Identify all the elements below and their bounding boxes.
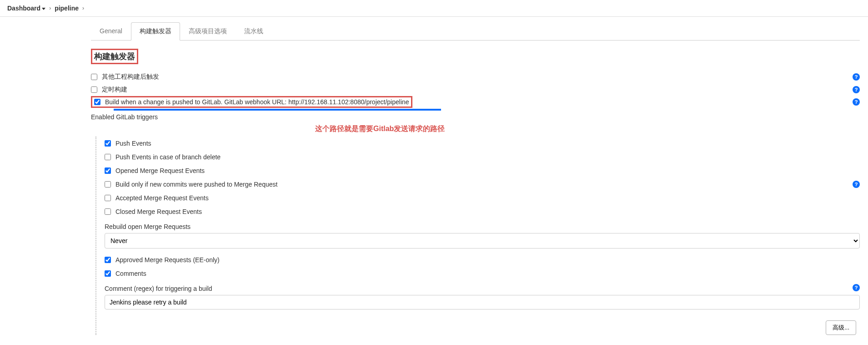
gitlab-triggers-label: Enabled GitLab triggers (91, 113, 860, 121)
checkbox-build-only-new[interactable] (105, 181, 111, 188)
section-title: 构建触发器 (91, 49, 138, 64)
comment-regex-input[interactable] (105, 295, 860, 309)
closed-mr-label: Closed Merge Request Events (115, 208, 202, 215)
annotation-text: 这个路径就是需要Gitlab发送请求的路径 (315, 124, 860, 134)
gitlab-annotation-box: Build when a change is pushed to GitLab.… (91, 96, 412, 108)
option-comments: Comments (101, 267, 860, 280)
checkbox-approved-mr[interactable] (105, 257, 111, 263)
checkbox-closed-mr[interactable] (105, 208, 111, 215)
option-push-events: Push Events (101, 137, 860, 150)
comments-label: Comments (115, 270, 146, 277)
checkbox-accepted-mr[interactable] (105, 195, 111, 201)
option-other-project-label: 其他工程构建后触发 (102, 73, 853, 81)
tab-general[interactable]: General (91, 22, 131, 41)
checkbox-scheduled[interactable] (91, 86, 97, 93)
checkbox-gitlab-push[interactable] (94, 99, 100, 105)
tab-build-trigger[interactable]: 构建触发器 (131, 22, 180, 41)
approved-mr-label: Approved Merge Requests (EE-only) (115, 256, 220, 264)
gitlab-triggers-options: Push Events Push Events in case of branc… (95, 137, 860, 335)
breadcrumb-dashboard[interactable]: Dashboard (7, 5, 45, 12)
accepted-mr-label: Accepted Merge Request Events (115, 194, 209, 202)
option-gitlab-push-label: Build when a change is pushed to GitLab.… (105, 98, 409, 106)
rebuild-mr-label: Rebuild open Merge Requests (105, 223, 860, 230)
checkbox-comments[interactable] (105, 270, 111, 277)
checkbox-push-events[interactable] (105, 140, 111, 147)
tabs: General 构建触发器 高级项目选项 流水线 (91, 22, 860, 41)
rebuild-mr-select[interactable]: Never (105, 233, 860, 249)
tab-advanced-options[interactable]: 高级项目选项 (180, 22, 236, 41)
breadcrumb: Dashboard › pipeline › (0, 0, 868, 17)
option-scheduled-build: 定时构建 (91, 83, 853, 96)
option-approved-mr: Approved Merge Requests (EE-only) (101, 253, 860, 267)
help-icon[interactable]: ? (853, 284, 860, 291)
push-delete-label: Push Events in case of branch delete (115, 153, 221, 161)
checkbox-other-project[interactable] (91, 74, 97, 80)
push-events-label: Push Events (115, 140, 151, 147)
option-push-delete: Push Events in case of branch delete (101, 150, 860, 164)
help-icon[interactable]: ? (853, 86, 860, 93)
help-icon[interactable]: ? (853, 98, 860, 106)
option-gitlab-push: Build when a change is pushed to GitLab.… (91, 96, 853, 108)
annotation-underline (114, 109, 441, 111)
help-icon[interactable]: ? (853, 181, 860, 188)
option-build-only-new: Build only if new commits were pushed to… (101, 178, 853, 191)
breadcrumb-separator-icon: › (82, 5, 84, 11)
option-closed-mr: Closed Merge Request Events (101, 205, 860, 218)
comment-regex-label: Comment (regex) for triggering a build (105, 285, 853, 292)
build-only-new-label: Build only if new commits were pushed to… (115, 181, 277, 188)
advanced-button[interactable]: 高级... (826, 320, 856, 335)
option-accepted-mr: Accepted Merge Request Events (101, 191, 860, 205)
gitlab-triggers-section: Enabled GitLab triggers 这个路径就是需要Gitlab发送… (91, 113, 860, 335)
option-other-project-build: 其他工程构建后触发 (91, 71, 853, 83)
tab-pipeline[interactable]: 流水线 (236, 22, 272, 41)
breadcrumb-separator-icon: › (49, 5, 51, 11)
breadcrumb-dashboard-label: Dashboard (7, 5, 40, 12)
option-scheduled-label: 定时构建 (102, 86, 853, 94)
checkbox-opened-mr[interactable] (105, 167, 111, 174)
chevron-down-icon (42, 8, 45, 10)
breadcrumb-pipeline[interactable]: pipeline (55, 5, 79, 12)
opened-mr-label: Opened Merge Request Events (115, 167, 205, 174)
checkbox-push-delete[interactable] (105, 154, 111, 160)
help-icon[interactable]: ? (853, 73, 860, 81)
option-opened-mr: Opened Merge Request Events (101, 164, 860, 178)
